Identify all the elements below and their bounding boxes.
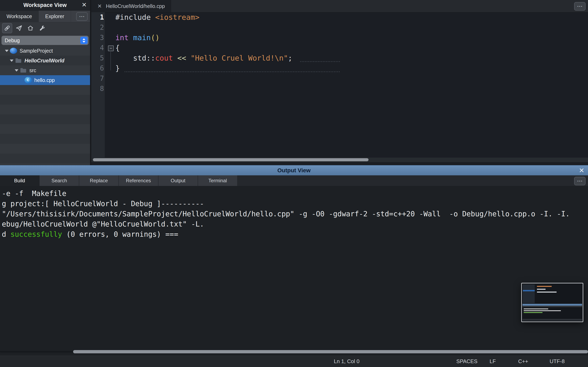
close-icon[interactable]: ✕ — [82, 1, 87, 8]
chevron-down-icon — [13, 69, 20, 72]
thumbnail-output-line — [524, 312, 543, 313]
tree-item-label: hello.cpp — [34, 77, 55, 83]
tab-search[interactable]: Search — [40, 175, 79, 186]
scrollbar-thumb[interactable] — [93, 158, 369, 161]
thumbnail-selection — [523, 290, 535, 291]
workspace-toolbar — [0, 22, 90, 34]
tree-item-src[interactable]: src — [0, 66, 90, 75]
close-icon[interactable]: ✕ — [97, 3, 102, 9]
output-tabs: BuildSearchReplaceReferencesOutputTermin… — [0, 175, 238, 186]
chevron-down-icon — [9, 59, 15, 62]
link-editor-icon[interactable] — [2, 23, 12, 33]
status-bar: Ln 1, Col 0 SPACES LF C++ UTF-8 — [0, 356, 588, 367]
workspace-titlebar[interactable]: Workspace View ✕ — [0, 0, 90, 11]
code-line[interactable] — [115, 22, 588, 33]
whitespace-dots — [300, 61, 340, 62]
home-icon[interactable] — [26, 24, 35, 33]
tree-item-label: src — [29, 67, 36, 73]
code-line[interactable] — [115, 83, 588, 94]
output-hscrollbar[interactable] — [0, 349, 588, 354]
editor-hscrollbar[interactable] — [91, 158, 588, 162]
build-config-row: Debug — [0, 34, 90, 47]
thumbnail-output-line — [524, 309, 548, 309]
code-line[interactable]: { — [115, 43, 588, 53]
output-line: d successfully (0 errors, 0 warnings) ==… — [2, 229, 588, 239]
cpp-icon: C — [25, 77, 32, 83]
code-line[interactable]: std::cout << "Hello Cruel World!\n"; — [115, 53, 588, 63]
workspace-tabs: WorkspaceExplorer — [0, 11, 71, 22]
encoding[interactable]: UTF-8 — [550, 356, 565, 367]
language-mode[interactable]: C++ — [518, 356, 528, 367]
tab-explorer[interactable]: Explorer — [39, 11, 71, 22]
chevron-down-icon — [4, 50, 10, 52]
tab-replace[interactable]: Replace — [79, 175, 119, 186]
close-icon[interactable]: ✕ — [579, 167, 584, 174]
cursor-position[interactable]: Ln 1, Col 0 — [334, 356, 360, 367]
tree-item-sampleproject[interactable]: SampleProject — [0, 46, 90, 56]
output-tabbar-filler — [238, 175, 588, 186]
code-line[interactable] — [115, 73, 588, 83]
thumbnail-statusbar — [522, 319, 582, 321]
thumbnail-code-line — [537, 286, 552, 287]
editor-panel: ✕ HelloCruelWorld/hello.cpp ⋯ 1234−5678 … — [91, 0, 588, 165]
build-config-select[interactable]: Debug — [1, 36, 89, 45]
output-line: "/Users/thisisirk/Documents/SampleProjec… — [2, 209, 588, 219]
workspace-more-button[interactable]: ⋯ — [76, 12, 87, 21]
tree-item-hello.cpp[interactable]: Chello.cpp — [0, 75, 90, 85]
thumbnail-code-line — [537, 289, 545, 290]
tree-item-hellocruelworld[interactable]: HelloCruelWorld — [0, 56, 90, 66]
workspace-title: Workspace View — [23, 2, 67, 8]
editor-tabbar: ✕ HelloCruelWorld/hello.cpp ⋯ — [91, 0, 588, 13]
tab-references[interactable]: References — [119, 175, 158, 186]
whitespace-mode[interactable]: SPACES — [456, 356, 477, 367]
select-stepper-icon — [80, 37, 87, 44]
code-line[interactable]: int main() — [115, 33, 588, 43]
tree-item-label: HelloCruelWorld — [25, 58, 64, 64]
folder-icon — [15, 57, 22, 64]
editor-tab[interactable]: ✕ HelloCruelWorld/hello.cpp — [91, 0, 171, 12]
thumbnail-sidebar — [523, 284, 535, 303]
workspace-tree: SampleProjectHelloCruelWorldsrcChello.cp… — [0, 46, 90, 165]
tree-item-label: SampleProject — [20, 48, 53, 54]
output-line: ebug/HelloCruelWorld @"HelloCruelWorld.t… — [2, 219, 588, 229]
tab-workspace[interactable]: Workspace — [0, 11, 39, 22]
editor-more-button[interactable]: ⋯ — [574, 2, 586, 11]
tab-output[interactable]: Output — [158, 175, 198, 186]
workspace-icon — [10, 48, 17, 54]
whitespace-dots — [125, 71, 340, 72]
thumbnail-output-header — [522, 304, 582, 306]
eol-mode[interactable]: LF — [490, 356, 496, 367]
tab-terminal[interactable]: Terminal — [198, 175, 238, 186]
thumbnail-code-line — [537, 292, 557, 292]
send-icon[interactable] — [14, 24, 24, 33]
output-line: -e -f Makefile — [2, 188, 588, 199]
thumbnail-output-tabs — [522, 306, 582, 307]
folder-icon — [20, 67, 27, 74]
output-more-button[interactable]: ⋯ — [574, 177, 586, 185]
thumbnail-output-line — [524, 310, 561, 311]
tab-build[interactable]: Build — [0, 175, 40, 186]
ide-window: Workspace View ✕ WorkspaceExplorer ⋯ Deb… — [0, 0, 588, 367]
code-line[interactable]: #include <iostream> — [115, 12, 588, 22]
workspace-tabbar: WorkspaceExplorer ⋯ — [0, 11, 90, 22]
output-view-header[interactable]: Output View ✕ — [0, 165, 588, 175]
editor-tab-label: HelloCruelWorld/hello.cpp — [106, 3, 165, 9]
window-thumbnail — [521, 283, 583, 322]
workspace-panel: Workspace View ✕ WorkspaceExplorer ⋯ Deb… — [0, 0, 90, 165]
tools-icon[interactable] — [37, 24, 47, 33]
build-config-value: Debug — [5, 38, 20, 43]
output-line: g project:[ HelloCruelWorld - Debug ]---… — [2, 199, 588, 209]
output-view-title: Output View — [277, 167, 311, 174]
build-output: -e -f Makefileg project:[ HelloCruelWorl… — [0, 186, 588, 367]
code-area[interactable]: #include <iostream>int main(){ std::cout… — [91, 12, 588, 158]
scrollbar-thumb[interactable] — [73, 350, 588, 353]
output-tabbar: BuildSearchReplaceReferencesOutputTermin… — [0, 175, 588, 186]
